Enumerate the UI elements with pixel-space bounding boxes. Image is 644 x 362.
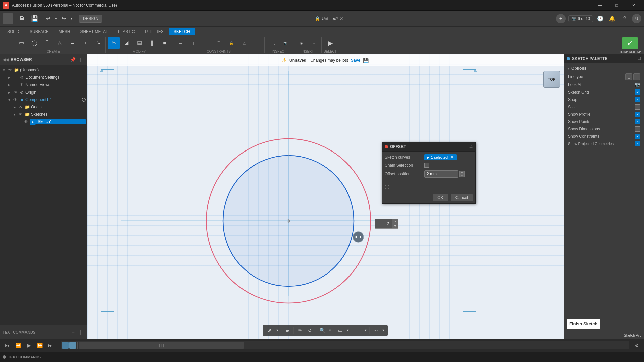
notification-button[interactable]: 🔔: [608, 14, 617, 23]
parallel-constraint[interactable]: ⎯⎯: [251, 37, 263, 49]
select-btn[interactable]: ▫: [308, 37, 320, 49]
nav-cursor-button[interactable]: ⬈: [265, 326, 274, 335]
arc-tool[interactable]: ⌒: [41, 37, 53, 49]
insert-label[interactable]: INSERT: [302, 50, 314, 53]
save-link[interactable]: Save: [351, 58, 360, 63]
palette-expand-button[interactable]: ⇉: [638, 56, 641, 61]
sketch-grid-checkbox[interactable]: [635, 89, 640, 95]
help-button[interactable]: ?: [620, 14, 629, 23]
spline-tool[interactable]: ∿: [92, 37, 104, 49]
options-header[interactable]: ▼ Options: [567, 66, 641, 71]
prev-frame-button[interactable]: ⏪: [13, 341, 23, 350]
clock-button[interactable]: 🕐: [596, 14, 605, 23]
dialog-expand-button[interactable]: ⇉: [469, 144, 473, 149]
view-cube[interactable]: TOP: [543, 71, 560, 88]
triangle-tool[interactable]: △: [54, 37, 66, 49]
show-dimensions-checkbox[interactable]: [635, 126, 640, 132]
tab-sheet-metal[interactable]: SHEET METAL: [75, 28, 112, 35]
minimize-button[interactable]: —: [592, 0, 608, 11]
show-constraints-checkbox[interactable]: [635, 134, 640, 139]
tree-item-unsaved[interactable]: ▼ 👁 📁 (Unsaved): [0, 66, 87, 74]
finish-sketch-button[interactable]: Finish Sketch: [567, 319, 600, 329]
add-comment-button[interactable]: +: [72, 329, 75, 335]
orbit-button[interactable]: ↺: [305, 326, 315, 335]
browser-more-button[interactable]: |: [77, 56, 84, 63]
canvas-increment-button[interactable]: ▲: [392, 219, 398, 224]
timeline-track[interactable]: ∥∥∥: [79, 342, 628, 349]
tab-surface[interactable]: SURFACE: [25, 28, 53, 35]
tree-item-sketches[interactable]: ▼ 👁 📁 Sketches: [0, 111, 87, 118]
select-tool[interactable]: ▶: [324, 37, 336, 49]
display-button[interactable]: ▭: [335, 326, 345, 335]
offset-ok-button[interactable]: OK: [433, 194, 448, 201]
undo-dropdown[interactable]: ▼: [53, 14, 59, 23]
next-frame-button[interactable]: ⏩: [35, 341, 44, 350]
coincident-constraint[interactable]: 🔒: [225, 37, 237, 49]
inspect-label[interactable]: INSPECT: [272, 50, 286, 53]
create-label[interactable]: CREATE: [47, 50, 60, 53]
close-button[interactable]: ✕: [626, 0, 641, 11]
canvas-area[interactable]: ⚠ Unsaved: Changes may be lost Save 💾: [87, 54, 564, 339]
nav-cursor-dropdown[interactable]: ▼: [275, 326, 280, 335]
equal-constraint[interactable]: △: [238, 37, 250, 49]
offset-decrement-button[interactable]: ▼: [459, 174, 465, 177]
new-file-button[interactable]: 🗎: [17, 14, 28, 24]
comments-more-button[interactable]: |: [77, 329, 84, 336]
finish-sketch-icon-button[interactable]: ✓: [622, 37, 638, 49]
rect-tool[interactable]: ▭: [15, 37, 28, 49]
finish-sketch-label[interactable]: FINISH SKETCH: [618, 50, 641, 53]
tab-sketch[interactable]: SKETCH: [169, 28, 195, 35]
constraints-label[interactable]: CONSTRAINTS: [207, 50, 231, 53]
first-frame-button[interactable]: ⏮: [3, 341, 12, 350]
line-tool[interactable]: ⎯: [3, 37, 15, 49]
select-label[interactable]: SELECT: [324, 50, 337, 53]
close-doc-button[interactable]: ✕: [339, 16, 343, 21]
trim-tool[interactable]: ✂: [108, 37, 120, 49]
offset-position-input[interactable]: [424, 170, 458, 178]
timeline-settings-button[interactable]: ⚙: [632, 341, 641, 350]
offset-cancel-button[interactable]: Cancel: [451, 194, 473, 201]
show-projected-checkbox[interactable]: [635, 141, 640, 146]
redo-dropdown[interactable]: ▼: [68, 14, 75, 23]
rect2-tool[interactable]: ▫: [79, 37, 91, 49]
more-button[interactable]: ⋯: [371, 326, 380, 335]
tree-item-doc-settings[interactable]: ► ⚙ Document Settings: [0, 74, 87, 81]
tab-plastic[interactable]: PLASTIC: [113, 28, 140, 35]
browser-pin-button[interactable]: 📌: [69, 56, 76, 63]
extend-tool[interactable]: ◢: [120, 37, 132, 49]
clear-selection-button[interactable]: ✕: [449, 155, 454, 160]
show-points-checkbox[interactable]: [635, 119, 640, 124]
tab-utilities[interactable]: UTILITIES: [140, 28, 168, 35]
redo-button[interactable]: ↪: [60, 14, 68, 23]
last-frame-button[interactable]: ⏭: [46, 341, 55, 350]
view-cube-button[interactable]: ▰: [283, 326, 292, 335]
zoom-dropdown[interactable]: ▼: [328, 326, 332, 335]
tree-item-sketch1[interactable]: 👁 S Sketch1: [0, 118, 87, 125]
maximize-button[interactable]: □: [609, 0, 625, 11]
slice-checkbox[interactable]: [635, 104, 640, 110]
grid-menu-button[interactable]: ⋮: [3, 13, 13, 24]
play-button[interactable]: ▶: [24, 341, 34, 350]
tab-mesh[interactable]: MESH: [54, 28, 75, 35]
canvas-offset-input[interactable]: [375, 220, 392, 228]
more-dropdown[interactable]: ▼: [381, 326, 386, 335]
floppy-icon[interactable]: 💾: [363, 58, 369, 63]
design-dropdown[interactable]: DESIGN: [79, 15, 102, 23]
snap-checkbox[interactable]: [635, 97, 640, 102]
linetype-solid-button[interactable]: ⎯: [625, 73, 632, 80]
modify-label[interactable]: MODIFY: [133, 50, 146, 53]
undo-button[interactable]: ↩: [44, 14, 52, 23]
canvas-decrement-button[interactable]: ▼: [392, 224, 398, 228]
show-profile-checkbox[interactable]: [635, 112, 640, 117]
look-at-icon[interactable]: 📷: [634, 82, 640, 87]
grid-button[interactable]: ⋮: [353, 326, 363, 335]
linetype-dashed-button[interactable]: ---: [633, 73, 640, 80]
tangent-constraint[interactable]: ⌒: [213, 37, 225, 49]
circle-tool[interactable]: ◯: [28, 37, 40, 49]
tab-solid[interactable]: SOLID: [3, 28, 24, 35]
display-dropdown[interactable]: ▼: [345, 326, 350, 335]
insert-btn[interactable]: ◉: [295, 37, 307, 49]
mirror-tool[interactable]: ∥: [146, 37, 158, 49]
tree-item-named-views[interactable]: ► 👁 Named Views: [0, 81, 87, 88]
pan-button[interactable]: ✏: [295, 326, 305, 335]
